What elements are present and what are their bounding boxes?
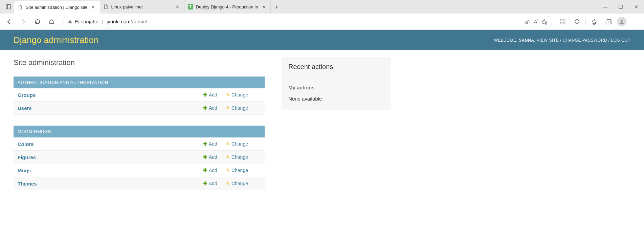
refresh-button[interactable] (32, 16, 43, 27)
favorites-star-icon[interactable] (541, 19, 547, 25)
content: Site administration AUTHENTICATION AND A… (0, 50, 644, 208)
model-link-figures[interactable]: Figures (18, 154, 203, 160)
change-link[interactable]: ✎Change (226, 105, 248, 111)
extension-grid-icon[interactable] (557, 16, 569, 27)
svg-rect-11 (560, 22, 562, 24)
branding-title[interactable]: Django administration (14, 35, 98, 45)
svg-rect-10 (563, 19, 565, 21)
page-title: Site administration (14, 58, 265, 67)
new-tab-button[interactable]: ＋ (271, 1, 282, 13)
pencil-icon: ✎ (226, 141, 230, 147)
django-header: Django administration WELCOME, SANNA. VI… (0, 30, 644, 50)
recent-actions-module: Recent actions My actions None available (282, 57, 391, 110)
url-path: /admin/ (131, 19, 147, 24)
window-controls: ― ✕ (597, 0, 644, 14)
pencil-icon: ✎ (226, 154, 230, 160)
add-link[interactable]: ✚Add (203, 141, 217, 147)
add-link[interactable]: ✚Add (203, 180, 217, 187)
minimize-button[interactable]: ― (597, 0, 613, 14)
separator (585, 18, 586, 25)
username: SANNA (519, 38, 534, 43)
plus-icon: ✚ (203, 141, 207, 147)
extensions-icon[interactable] (571, 16, 583, 27)
more-menu-button[interactable]: ⋯ (629, 16, 641, 27)
maximize-button[interactable] (613, 0, 628, 14)
add-link[interactable]: ✚Add (203, 92, 217, 98)
pencil-icon: ✎ (226, 168, 230, 173)
warning-icon (67, 19, 73, 24)
log-out-link[interactable]: LOG OUT (611, 38, 630, 43)
svg-rect-4 (70, 23, 70, 23)
none-available-text: None available (288, 96, 384, 102)
change-link[interactable]: ✎Change (226, 154, 248, 160)
svg-rect-0 (6, 5, 11, 9)
plus-icon: ✚ (203, 105, 207, 111)
model-row: Colors ✚Add ✎Change (14, 137, 265, 151)
close-icon[interactable]: ✕ (90, 4, 96, 10)
pencil-icon: ✎ (226, 105, 230, 111)
tab-actions-icon[interactable] (3, 1, 14, 13)
add-link[interactable]: ✚Add (203, 105, 217, 111)
profile-avatar[interactable] (617, 17, 626, 26)
plus-icon: ✚ (203, 180, 207, 187)
app-module-moominmugs: MOOMINMUGS Colors ✚Add ✎Change Figures ✚… (14, 126, 265, 190)
plus-icon: ✚ (203, 167, 207, 173)
plus-icon: ✚ (203, 154, 207, 160)
pencil-icon: ✎ (226, 181, 230, 186)
model-link-colors[interactable]: Colors (18, 141, 203, 147)
add-link[interactable]: ✚Add (203, 154, 217, 160)
tab-0[interactable]: Site administration | Django site ✕ (14, 1, 100, 14)
model-link-themes[interactable]: Themes (18, 181, 203, 187)
recent-actions-title: Recent actions (288, 63, 384, 71)
close-icon[interactable]: ✕ (261, 4, 267, 10)
home-button[interactable] (46, 16, 58, 27)
browser-toolbar: Ei suojattu | jyrinki.com/admin/ A⁾ (0, 14, 644, 30)
favorites-button[interactable] (589, 16, 600, 27)
not-secure-indicator[interactable]: Ei suojattu (67, 19, 98, 24)
model-link-users[interactable]: Users (18, 105, 203, 111)
welcome-prefix: WELCOME, (494, 38, 519, 43)
forward-button[interactable] (18, 16, 29, 27)
close-window-button[interactable]: ✕ (628, 0, 644, 14)
password-key-icon[interactable] (525, 19, 531, 25)
add-link[interactable]: ✚Add (203, 167, 217, 173)
view-site-link[interactable]: VIEW SITE (537, 38, 559, 43)
tab-title: Deploy Django 4 - Production In (196, 4, 258, 9)
model-row: Users ✚Add ✎Change (14, 102, 265, 115)
main-content: Site administration AUTHENTICATION AND A… (14, 57, 265, 201)
tab-strip: Site administration | Django site ✕ Linu… (0, 0, 644, 14)
tab-title: Site administration | Django site (26, 5, 88, 10)
change-password-link[interactable]: CHANGE PASSWORD (563, 38, 607, 43)
tab-2[interactable]: T Deploy Django 4 - Production In ✕ (184, 0, 271, 13)
module-caption[interactable]: MOOMINMUGS (14, 126, 265, 137)
tab-title: Linux palvelimet (111, 4, 172, 9)
app-module-auth: AUTHENTICATION AND AUTHORIZATION Groups … (14, 77, 265, 115)
close-icon[interactable]: ✕ (175, 4, 181, 10)
pencil-icon: ✎ (226, 92, 230, 98)
model-row: Mugs ✚Add ✎Change (14, 164, 265, 177)
change-link[interactable]: ✎Change (226, 167, 248, 173)
address-bar[interactable]: Ei suojattu | jyrinki.com/admin/ A⁾ (62, 16, 552, 27)
model-row: Themes ✚Add ✎Change (14, 177, 265, 190)
toolbar-right: ⋯ (557, 16, 641, 27)
sidebar: Recent actions My actions None available (282, 57, 391, 110)
collections-button[interactable] (603, 16, 614, 27)
tab-1[interactable]: Linux palvelimet ✕ (100, 0, 184, 13)
svg-rect-3 (70, 21, 70, 22)
url-host: jyrinki.com (107, 19, 131, 24)
not-secure-label: Ei suojattu (75, 19, 98, 24)
change-link[interactable]: ✎Change (226, 180, 248, 187)
svg-rect-12 (563, 22, 565, 24)
page-icon (18, 4, 23, 10)
browser-chrome: Site administration | Django site ✕ Linu… (0, 0, 644, 30)
back-button[interactable] (3, 16, 15, 27)
change-link[interactable]: ✎Change (226, 141, 248, 147)
model-link-groups[interactable]: Groups (18, 92, 203, 98)
model-row: Groups ✚Add ✎Change (14, 88, 265, 102)
read-aloud-icon[interactable]: A⁾ (534, 19, 538, 24)
change-link[interactable]: ✎Change (226, 92, 248, 98)
plus-icon: ✚ (203, 92, 207, 98)
svg-point-18 (621, 20, 623, 22)
module-caption[interactable]: AUTHENTICATION AND AUTHORIZATION (14, 77, 265, 88)
model-link-mugs[interactable]: Mugs (18, 168, 203, 173)
